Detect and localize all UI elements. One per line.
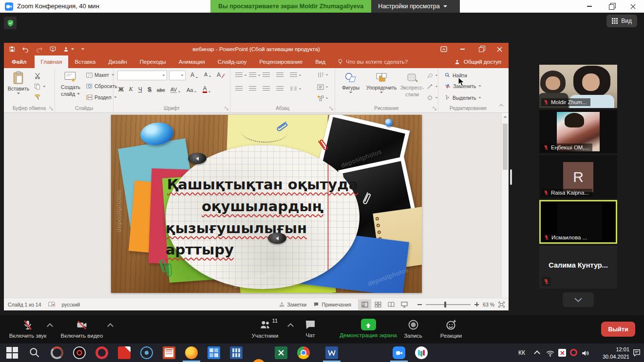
restore-button[interactable] — [600, 0, 622, 13]
start-slideshow-icon[interactable] — [49, 46, 57, 53]
tab-animations[interactable]: Анимация — [172, 55, 211, 68]
font-name-combo[interactable] — [117, 71, 167, 80]
qat-customize-icon[interactable] — [81, 48, 84, 50]
font-color-button[interactable]: А — [203, 86, 211, 93]
strikethrough-button[interactable]: abc — [157, 87, 165, 93]
taskbar-opera-icon[interactable] — [95, 346, 108, 359]
align-right-button[interactable] — [263, 86, 270, 91]
reading-view-button[interactable] — [384, 299, 398, 310]
participants-button[interactable]: 11 Участники — [246, 319, 284, 339]
wifi-icon[interactable] — [546, 348, 555, 358]
taskbar-clock[interactable]: 12:01 30.04.2021 — [595, 346, 629, 360]
shape-effects-button[interactable] — [427, 95, 438, 101]
tab-transitions[interactable]: Переходы — [133, 55, 172, 68]
tab-insert[interactable]: Вставка — [68, 55, 102, 68]
start-button-icon[interactable] — [6, 346, 19, 359]
save-icon[interactable] — [9, 46, 16, 53]
share-button[interactable]: Общий доступ — [447, 55, 509, 68]
security-shield-icon[interactable] — [4, 17, 17, 29]
underline-button[interactable]: Ч — [138, 86, 142, 93]
smartart-button[interactable] — [317, 95, 329, 101]
taskbar-capture-icon[interactable] — [73, 346, 86, 359]
clear-formatting-button[interactable]: А — [217, 72, 225, 78]
align-center-button[interactable] — [249, 86, 256, 91]
chat-button[interactable]: Чат — [299, 319, 322, 338]
taskbar-powerpoint-icon[interactable] — [163, 346, 175, 359]
paste-button[interactable]: Вставить — [7, 71, 30, 94]
font-dialog-launcher[interactable] — [225, 107, 228, 110]
tray-opera-icon[interactable] — [570, 349, 577, 356]
scrollbar-thumb[interactable] — [503, 124, 508, 170]
slide-scrollbar[interactable] — [501, 113, 509, 298]
ribbon-display-options-icon[interactable] — [435, 43, 453, 55]
tab-design[interactable]: Дизайн — [102, 55, 133, 68]
new-slide-button[interactable]: Создать слайд — [58, 71, 83, 97]
tray-blocked-app-icon[interactable] — [558, 349, 566, 357]
select-button[interactable]: Выделить — [444, 94, 482, 101]
taskbar-calculator-icon[interactable] — [230, 346, 243, 359]
zoom-in-button[interactable] — [474, 302, 479, 307]
tray-expand-chevron[interactable] — [534, 350, 540, 357]
notification-center-icon[interactable] — [632, 348, 641, 357]
font-size-combo[interactable] — [169, 71, 186, 80]
video-tile-moldir[interactable]: Moldir Zhum... — [539, 65, 617, 108]
bold-button[interactable]: Ж — [118, 86, 124, 93]
layout-button[interactable]: Макет — [86, 72, 115, 78]
change-case-button[interactable]: Aa — [187, 87, 197, 93]
reset-button[interactable]: Сбросить — [86, 83, 117, 89]
normal-view-button[interactable] — [358, 299, 371, 310]
zoom-out-button[interactable] — [417, 304, 422, 305]
line-spacing-button[interactable] — [290, 72, 302, 78]
close-button[interactable] — [622, 0, 644, 13]
redo-icon[interactable] — [36, 46, 43, 53]
tab-home[interactable]: Главная — [35, 55, 69, 68]
justify-button[interactable] — [276, 86, 284, 91]
reactions-button[interactable]: Реакции — [436, 319, 466, 339]
increase-indent-button[interactable] — [276, 72, 284, 78]
fit-to-window-icon[interactable] — [498, 302, 505, 308]
zoom-slider[interactable] — [426, 304, 471, 305]
align-left-button[interactable] — [235, 86, 243, 91]
notes-button[interactable]: Заметки — [279, 302, 306, 308]
paragraph-dialog-launcher[interactable] — [329, 107, 333, 110]
cut-button[interactable] — [34, 72, 41, 79]
align-text-button[interactable] — [317, 84, 329, 90]
video-tile-ismailova-active[interactable]: Исмаилова ... — [539, 200, 617, 244]
format-painter-button[interactable] — [34, 94, 41, 101]
comments-button[interactable]: Примечания — [313, 302, 351, 308]
taskbar-search-icon[interactable] — [28, 346, 41, 359]
slide-sorter-view-button[interactable] — [371, 299, 384, 310]
start-video-button[interactable]: Включить видео — [57, 319, 106, 339]
shapes-button[interactable]: Фигуры — [339, 72, 362, 93]
shrink-font-button[interactable]: А — [204, 72, 212, 77]
undo-icon[interactable] — [22, 46, 29, 53]
tab-slideshow[interactable]: Слайд-шоу — [211, 55, 253, 68]
participants-chevron[interactable] — [287, 323, 294, 329]
slide-audio-button-top[interactable] — [188, 153, 207, 164]
ppt-restore-button[interactable] — [472, 43, 490, 55]
decrease-indent-button[interactable] — [263, 72, 270, 78]
text-shadow-button[interactable]: S — [148, 86, 152, 93]
clipboard-dialog-launcher[interactable] — [49, 107, 53, 110]
arrange-button[interactable]: Упорядочить — [364, 72, 398, 93]
ppt-minimize-button[interactable] — [453, 43, 472, 55]
numbering-button[interactable] — [249, 72, 261, 78]
taskbar-excel-icon[interactable] — [275, 346, 287, 359]
more-participants-button[interactable] — [563, 292, 594, 307]
unmute-button[interactable]: Включить звук — [7, 319, 49, 339]
slideshow-view-button[interactable] — [398, 299, 411, 310]
taskbar-zoom-icon[interactable] — [393, 346, 405, 359]
taskbar-scratch-icon[interactable] — [252, 359, 265, 362]
view-button[interactable]: Вид — [606, 15, 637, 27]
minimize-button[interactable] — [578, 0, 600, 13]
tab-review[interactable]: Рецензирование — [253, 55, 309, 68]
grow-font-button[interactable]: А — [190, 72, 199, 78]
language-indicator[interactable]: русский — [62, 302, 80, 308]
spell-check-icon[interactable] — [48, 301, 55, 308]
shared-screen-scrollbar[interactable] — [510, 169, 512, 185]
zoom-slider-thumb[interactable] — [444, 302, 446, 308]
quick-styles-button[interactable]: Экспресс- стили — [399, 72, 425, 97]
copy-button[interactable] — [34, 83, 46, 90]
tell-me-box[interactable]: Что вы хотите сделать? — [332, 55, 414, 68]
speaker-icon[interactable] — [581, 348, 590, 358]
